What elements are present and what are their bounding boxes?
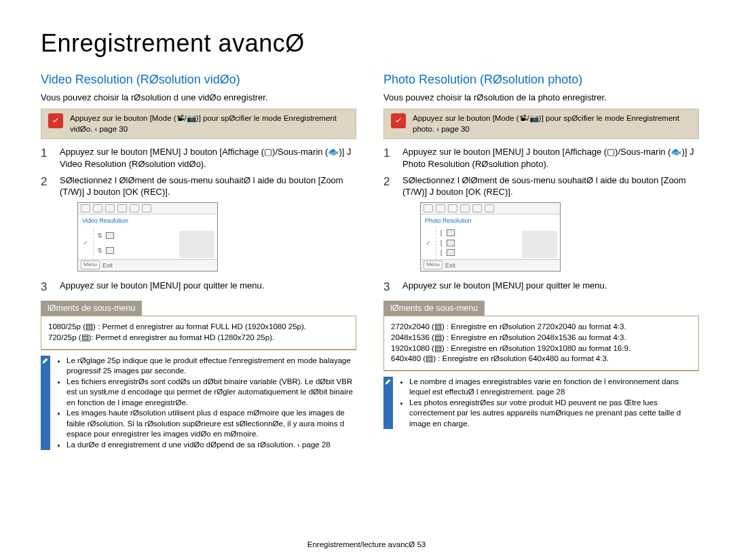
cam-item: [ bbox=[440, 239, 515, 247]
battery-icon bbox=[448, 204, 457, 212]
submenu-header: lØments de sous-menu bbox=[383, 301, 485, 316]
video-step-3: Appuyez sur le bouton [MENU] pour quitte… bbox=[60, 280, 356, 295]
checkmark-icon: ✓ bbox=[426, 238, 431, 248]
photo-camera-screenshot: Photo Resolution ✓ [ [ [ bbox=[420, 202, 561, 272]
note-item: Le nombre d images enregistrables varie … bbox=[409, 377, 699, 398]
exit-label: Exit bbox=[445, 261, 455, 269]
gear-icon bbox=[81, 204, 90, 212]
cam-item: [ bbox=[440, 248, 515, 257]
film-icon bbox=[436, 204, 445, 212]
tip-text: Appuyez sur le bouton [Mode (📽/📷)] pour … bbox=[70, 113, 349, 134]
video-resolution-section: Video Resolution (RØsolution vidØo) Vous… bbox=[41, 66, 356, 455]
menu-button-label: Menu bbox=[81, 261, 100, 269]
battery-icon bbox=[105, 204, 115, 212]
submenu-header: lØments de sous-menu bbox=[41, 301, 142, 316]
submenu-items-video: 1080/25p (▤) : Permet d enregistrer au f… bbox=[41, 316, 356, 350]
photo-notes: Le nombre d images enregistrables varie … bbox=[383, 377, 699, 430]
info-icon bbox=[41, 356, 50, 451]
section-heading-photo: Photo Resolution (RØsolution photo) bbox=[383, 71, 699, 88]
video-step-1: Appuyez sur le bouton [MENU] J bouton [A… bbox=[60, 146, 356, 170]
checkmark-icon: ✓ bbox=[83, 238, 88, 248]
gear-icon bbox=[424, 204, 433, 212]
cam-item: [ bbox=[440, 229, 515, 237]
info-icon bbox=[383, 377, 393, 430]
section-heading-video: Video Resolution (RØsolution vidØo) bbox=[41, 71, 356, 88]
video-intro: Vous pouvez choisir la rØsolution d une … bbox=[41, 92, 356, 104]
palette-icon bbox=[130, 204, 139, 212]
fish-icon bbox=[485, 204, 494, 212]
submenu-items-photo: 2720x2040 (▤) : Enregistre en rØsolution… bbox=[383, 316, 699, 371]
palette-icon bbox=[472, 204, 482, 212]
mode-tip-video: Appuyez sur le bouton [Mode (📽/📷)] pour … bbox=[41, 109, 356, 139]
fish-icon bbox=[142, 204, 151, 212]
exit-label: Exit bbox=[102, 261, 113, 269]
map-thumbnail bbox=[179, 231, 214, 258]
photo-step-1: Appuyez sur le bouton [MENU] J bouton [A… bbox=[402, 146, 699, 170]
video-camera-screenshot: Video Resolution ✓ S S Menu bbox=[77, 202, 218, 272]
photo-resolution-section: Photo Resolution (RØsolution photo) Vous… bbox=[383, 66, 699, 455]
check-icon bbox=[48, 113, 63, 128]
check-icon bbox=[391, 113, 406, 128]
video-notes: Le rØglage 25p indique que le produit ef… bbox=[41, 356, 356, 451]
picture-icon bbox=[117, 204, 127, 212]
cam-item: S bbox=[98, 246, 172, 255]
note-item: Le rØglage 25p indique que le produit ef… bbox=[67, 356, 356, 377]
photo-intro: Vous pouvez choisir la rØsolution de la … bbox=[383, 92, 699, 104]
video-steps: Appuyez sur le bouton [MENU] J bouton [A… bbox=[41, 146, 356, 295]
photo-step-3: Appuyez sur le bouton [MENU] pour quitte… bbox=[402, 280, 699, 295]
menu-button-label: Menu bbox=[424, 261, 443, 269]
page-title: Enregistrement avancØ bbox=[41, 27, 699, 60]
page-footer: Enregistrement/lecture avancØ 53 bbox=[0, 540, 733, 550]
map-thumbnail bbox=[522, 231, 557, 258]
picture-icon bbox=[460, 204, 470, 212]
note-item: La durØe d enregistrement d une vidØo dØ… bbox=[67, 440, 356, 451]
camera-title: Photo Resolution bbox=[421, 214, 560, 227]
mode-tip-photo: Appuyez sur le bouton [Mode (📽/📷)] pour … bbox=[383, 109, 699, 139]
photo-step-2: SØlectionnez l ØlØment de sous-menu souh… bbox=[402, 174, 699, 198]
note-item: Les images haute rØsolution utilisent pl… bbox=[67, 408, 356, 440]
cam-item: S bbox=[98, 231, 172, 240]
film-icon bbox=[93, 204, 102, 212]
note-item: Les fichiers enregistrØs sont codØs un d… bbox=[67, 377, 356, 409]
note-item: Les photos enregistrØes sur votre produi… bbox=[409, 398, 699, 430]
tip-text: Appuyez sur le bouton [Mode (📽/📷)] pour … bbox=[413, 113, 692, 134]
camera-title: Video Resolution bbox=[78, 214, 217, 227]
photo-steps: Appuyez sur le bouton [MENU] J bouton [A… bbox=[383, 146, 699, 295]
video-step-2: SØlectionnez l ØlØment de sous-menu souh… bbox=[60, 174, 356, 198]
